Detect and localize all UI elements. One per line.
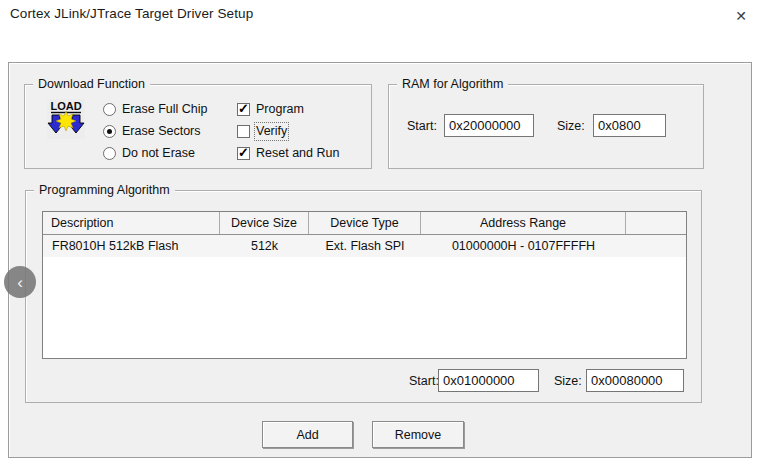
tab-strip: Debug Trace Flash Download: [0, 30, 759, 62]
radio-icon: [103, 103, 116, 116]
cell-description: FR8010H 512kB Flash: [43, 235, 220, 257]
checkbox-verify[interactable]: Verify: [237, 123, 287, 139]
checkbox-checked-icon: [237, 103, 250, 116]
remove-button[interactable]: Remove: [372, 421, 464, 448]
ram-start-label: Start:: [407, 119, 437, 133]
table-header-device-size[interactable]: Device Size: [220, 212, 309, 234]
add-button[interactable]: Add: [262, 421, 353, 448]
checkbox-reset-and-run[interactable]: Reset and Run: [237, 145, 339, 161]
radio-erase-sectors[interactable]: Erase Sectors: [103, 123, 201, 139]
radio-selected-icon: [103, 125, 116, 138]
close-icon[interactable]: ✕: [727, 3, 755, 28]
checkbox-label: Program: [256, 102, 304, 117]
chevron-left-icon: ‹: [17, 274, 23, 291]
ram-start-input[interactable]: [444, 114, 534, 137]
radio-label: Erase Full Chip: [122, 102, 207, 117]
title-bar: Cortex JLink/JTrace Target Driver Setup …: [0, 0, 759, 30]
svg-text:LOAD: LOAD: [50, 100, 81, 112]
table-header-description[interactable]: Description: [43, 212, 220, 234]
dialog-title: Cortex JLink/JTrace Target Driver Setup: [10, 6, 253, 21]
download-function-group: Download Function LOAD Erase Full Chip E…: [24, 84, 372, 169]
flash-size-label: Size:: [554, 374, 582, 388]
table-header-extra: [626, 212, 686, 234]
checkbox-checked-icon: [237, 147, 250, 160]
cell-extra: [626, 235, 686, 257]
radio-erase-full-chip[interactable]: Erase Full Chip: [103, 101, 207, 117]
radio-label: Do not Erase: [122, 146, 195, 161]
cell-device-type: Ext. Flash SPI: [309, 235, 421, 257]
radio-icon: [103, 147, 116, 160]
ram-for-algorithm-title: RAM for Algorithm: [397, 77, 508, 92]
algorithm-table: Description Device Size Device Type Addr…: [42, 211, 687, 359]
radio-label: Erase Sectors: [122, 124, 201, 139]
checkbox-program[interactable]: Program: [237, 101, 304, 117]
load-flash-icon: LOAD: [47, 99, 85, 139]
checkbox-label: Reset and Run: [256, 146, 339, 161]
checkbox-label: Verify: [256, 124, 287, 139]
table-header-address-range[interactable]: Address Range: [421, 212, 626, 234]
ram-for-algorithm-group: RAM for Algorithm Start: Size:: [388, 84, 704, 169]
download-function-title: Download Function: [33, 77, 150, 92]
programming-algorithm-title: Programming Algorithm: [34, 183, 175, 198]
table-header-device-type[interactable]: Device Type: [309, 212, 421, 234]
ram-size-label: Size:: [557, 119, 585, 133]
ram-size-input[interactable]: [593, 114, 666, 137]
flash-start-label: Start:: [409, 374, 439, 388]
checkbox-unchecked-icon: [237, 125, 250, 138]
flash-start-input[interactable]: [438, 369, 539, 392]
table-header-row: Description Device Size Device Type Addr…: [43, 212, 686, 235]
cell-device-size: 512k: [220, 235, 309, 257]
jlink-setup-dialog: Cortex JLink/JTrace Target Driver Setup …: [0, 0, 759, 465]
table-row[interactable]: FR8010H 512kB Flash 512k Ext. Flash SPI …: [43, 235, 686, 257]
programming-algorithm-group: Programming Algorithm Description Device…: [25, 190, 702, 403]
back-chevron-overlay[interactable]: ‹: [4, 266, 36, 298]
cell-address-range: 01000000H - 0107FFFFH: [421, 235, 626, 257]
flash-size-input[interactable]: [586, 369, 684, 392]
radio-do-not-erase[interactable]: Do not Erase: [103, 145, 195, 161]
